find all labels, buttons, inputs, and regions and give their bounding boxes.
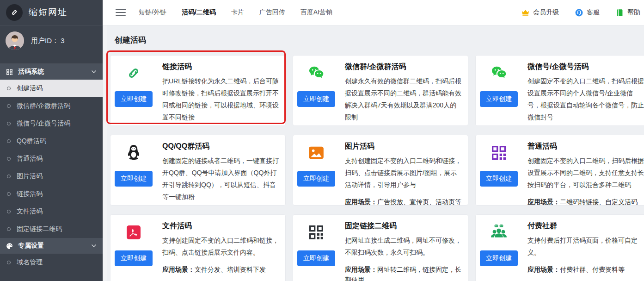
card-description: 创建固定不变的入口二维码，扫码后根据设置展示不同的个人微信号/企业微信号，根据设… <box>527 75 644 123</box>
card-title: 图片活码 <box>345 142 461 151</box>
create-now-button[interactable]: 立即创建 <box>115 171 153 187</box>
chevron-down-icon <box>92 69 96 73</box>
card-title: 链接活码 <box>162 62 279 72</box>
card-description: 支持创建固定不变的入口二维码和链接，扫码、点击链接后展示文件内容。 <box>162 234 279 258</box>
section-label: 活码系统 <box>18 68 44 76</box>
qrcode-icon <box>307 222 325 243</box>
card-description: 支持创建固定不变的入口二维码和链接，扫码、点击链接后展示图片/图组，展示活动详情… <box>345 155 461 191</box>
help-button[interactable]: 帮助 <box>615 8 640 17</box>
card-scenario: 应用场景：文件分发、培训资料下发 <box>162 264 279 275</box>
main-panel: 创建活码 立即创建 链接活码 把URL链接转化为永久二维码，后台可随时修改链接，… <box>103 25 644 281</box>
card-description: 创建固定不变的入口二维码，扫码后根据设置展示不同的二维码，支持任意支持长按扫码的… <box>527 155 644 191</box>
book-icon <box>615 8 624 17</box>
card-qq-huoma: 立即创建 QQ/QQ群活码 创建固定的链接或者二维码，一键直接打开QQ群、QQ号… <box>110 135 286 206</box>
sidebar-item-wechat-group[interactable]: 微信群/企微群活码 <box>0 97 103 115</box>
bullet-icon <box>7 157 11 161</box>
create-now-button[interactable]: 立即创建 <box>115 250 153 266</box>
card-title: 文件活码 <box>162 221 279 231</box>
sidebar-item-wechat-account[interactable]: 微信号/企微号活码 <box>0 115 103 132</box>
bullet-icon <box>7 139 11 143</box>
create-now-button[interactable]: 立即创建 <box>480 171 518 187</box>
create-now-button[interactable]: 立即创建 <box>480 91 518 107</box>
tab-baidu-ai[interactable]: 百度AI营销 <box>301 8 332 17</box>
qrcode-icon <box>490 143 508 163</box>
bullet-icon <box>7 122 11 125</box>
card-normal-huoma: 立即创建 普通活码 创建固定不变的入口二维码，扫码后根据设置展示不同的二维码，支… <box>475 135 644 206</box>
card-description: 支持付费后打开活码页面，价格可自定义。 <box>527 234 644 258</box>
sidebar-item-fixed-qr[interactable]: 固定链接二维码 <box>0 220 103 238</box>
card-scenario: 应用场景：付费社群、付费资料等 <box>527 264 644 275</box>
tab-card[interactable]: 卡片 <box>231 8 244 17</box>
create-now-button[interactable]: 立即创建 <box>297 250 335 266</box>
create-now-button[interactable]: 立即创建 <box>480 250 518 266</box>
tab-short-link[interactable]: 短链/外链 <box>139 8 166 17</box>
app-title: 缩短网址 <box>29 6 67 19</box>
sidebar-item-normal[interactable]: 普通活码 <box>0 150 103 168</box>
user-avatar <box>6 31 24 50</box>
link-icon <box>124 63 143 83</box>
top-navbar: 短链/外链 活码/二维码 卡片 广告回传 百度AI营销 会员升级 客服 帮助 <box>103 0 644 25</box>
headset-icon <box>575 8 583 17</box>
image-icon <box>307 143 325 163</box>
bullet-icon <box>7 261 11 264</box>
card-title: 微信群/企微群活码 <box>345 62 461 72</box>
card-scenario: 应用场景：二维码转链接、自定义活码 <box>527 197 644 206</box>
card-link-huoma: 立即创建 链接活码 把URL链接转化为永久二维码，后台可随时修改链接，扫码后根据… <box>110 55 286 126</box>
top-menu: 短链/外链 活码/二维码 卡片 广告回传 百度AI营销 <box>139 8 332 17</box>
sidebar-item-link[interactable]: 链接活码 <box>0 185 103 203</box>
bullet-icon <box>7 192 11 196</box>
sidebar-item-image[interactable]: 图片活码 <box>0 168 103 185</box>
card-title: 微信号/企微号活码 <box>527 62 644 72</box>
content-area: 短链/外链 活码/二维码 卡片 广告回传 百度AI营销 会员升级 客服 帮助 创… <box>103 0 644 281</box>
card-description: 创建固定的链接或者二维码，一键直接打开QQ群、QQ号申请加入界面（QQ外打开引导… <box>162 155 279 203</box>
create-now-button[interactable]: 立即创建 <box>297 91 335 107</box>
sidebar-item-qq-group[interactable]: QQ群活码 <box>0 132 103 150</box>
card-description: 创建永久有效的微信群二维码，扫码后根据设置展示不同的二维码，群活码能有效解决入群… <box>345 75 461 123</box>
card-wechat-account-huoma: 立即创建 微信号/企微号活码 创建固定不变的入口二维码，扫码后根据设置展示不同的… <box>475 55 644 126</box>
customer-service-button[interactable]: 客服 <box>575 8 600 17</box>
bullet-icon <box>7 210 11 213</box>
card-wechat-group-huoma: 立即创建 微信群/企微群活码 创建永久有效的微信群二维码，扫码后根据设置展示不同… <box>293 55 468 126</box>
card-title: QQ/QQ群活码 <box>162 142 279 151</box>
member-upgrade-button[interactable]: 会员升级 <box>521 8 559 17</box>
card-scenario: 应用场景：网址转二维码，链接固定，长期使用 <box>345 264 461 281</box>
tab-ad-callback[interactable]: 广告回传 <box>259 8 285 17</box>
wechat-icon <box>490 63 508 83</box>
qrcode-icon <box>6 68 13 76</box>
sidebar-section-settings[interactable]: 专属设置 <box>0 238 103 254</box>
create-now-button[interactable]: 立即创建 <box>297 171 335 187</box>
bullet-icon <box>7 175 11 178</box>
section-label: 专属设置 <box>18 242 44 250</box>
sidebar-item-file[interactable]: 文件活码 <box>0 203 103 220</box>
card-title: 付费社群 <box>527 221 644 231</box>
app-logo: 缩短网址 <box>0 0 103 25</box>
pdf-file-icon <box>124 222 143 243</box>
sidebar: 缩短网址 用户ID： 3 活码系统 创建活码 微信群/企微群活码 微信号/企微号… <box>0 0 103 281</box>
crown-icon <box>521 8 530 17</box>
card-paid-community: 立即创建 付费社群 支持付费后打开活码页面，价格可自定义。 应用场景：付费社群、… <box>475 214 644 281</box>
card-title: 固定链接二维码 <box>345 221 461 231</box>
card-scenario: 应用场景：广告投放、宣传页、活动页等 <box>345 197 461 206</box>
sidebar-item-create[interactable]: 创建活码 <box>0 80 103 97</box>
card-image-huoma: 立即创建 图片活码 支持创建固定不变的入口二维码和链接，扫码、点击链接后展示图片… <box>293 135 468 206</box>
card-fixed-link-qr: 立即创建 固定链接二维码 把网址直接生成二维码，网址不可修改，不限扫码次数，永久… <box>293 214 468 281</box>
bullet-icon <box>7 227 11 231</box>
link-logo-icon <box>6 4 23 21</box>
sidebar-item-domain[interactable]: 域名管理 <box>0 254 103 271</box>
tab-huoma-qrcode[interactable]: 活码/二维码 <box>182 8 216 17</box>
hamburger-menu-icon[interactable] <box>116 9 126 16</box>
page-title: 创建活码 <box>115 35 644 45</box>
group-icon <box>490 222 508 243</box>
bullet-icon <box>7 87 11 90</box>
card-grid: 立即创建 链接活码 把URL链接转化为永久二维码，后台可随时修改链接，扫码后根据… <box>110 55 644 281</box>
card-description: 把网址直接生成二维码，网址不可修改，不限扫码次数，永久可扫码。 <box>345 234 461 258</box>
wechat-icon <box>307 63 325 83</box>
bullet-icon <box>7 104 11 108</box>
user-info: 用户ID： 3 <box>0 25 103 56</box>
qq-icon <box>124 143 143 163</box>
palette-icon <box>6 242 13 250</box>
sidebar-section-huoma[interactable]: 活码系统 <box>0 64 103 80</box>
navbar-tools: 会员升级 客服 帮助 <box>521 8 641 17</box>
create-now-button[interactable]: 立即创建 <box>115 91 153 107</box>
card-description: 把URL链接转化为永久二维码，后台可随时修改链接，扫码后根据设置展示打开不同或相… <box>162 75 279 123</box>
